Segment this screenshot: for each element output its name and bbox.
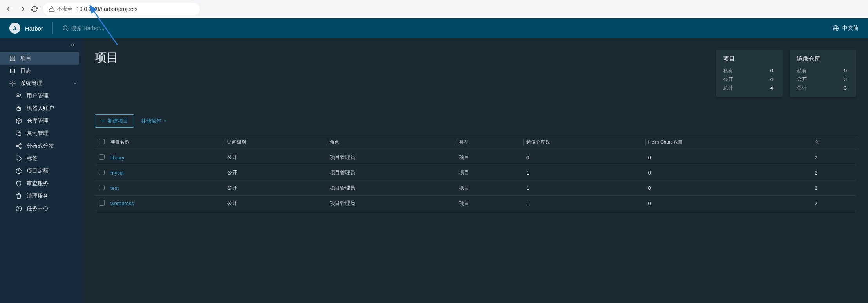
sidebar-item-projects[interactable]: 项目	[0, 52, 79, 65]
new-project-button[interactable]: 新建项目	[95, 114, 134, 128]
global-search[interactable]	[62, 25, 149, 31]
col-helm-count[interactable]: Helm Chart 数目	[645, 135, 812, 150]
cell-access: 公开	[224, 180, 326, 196]
cell-type: 项目	[456, 196, 523, 211]
sidebar-item-audit[interactable]: 审查服务	[0, 177, 83, 190]
sidebar-item-label: 日志	[20, 67, 31, 74]
project-link[interactable]: library	[110, 155, 124, 161]
sidebar-item-system[interactable]: 系统管理	[0, 77, 83, 90]
cell-type: 项目	[456, 165, 523, 180]
robot-icon	[16, 105, 22, 112]
forward-button[interactable]	[18, 5, 26, 13]
cell-role: 项目管理员	[327, 196, 456, 211]
project-link[interactable]: test	[110, 185, 119, 191]
trash-icon	[16, 193, 22, 199]
users-icon	[16, 93, 22, 99]
chevron-down-icon	[163, 119, 167, 123]
collapse-sidebar-button[interactable]	[0, 38, 83, 52]
cell-repo-count: 0	[523, 150, 645, 165]
page-title: 项目	[95, 50, 118, 66]
card-value: 4	[766, 84, 773, 92]
list-icon	[9, 68, 16, 74]
address-bar[interactable]: 不安全 10.0.0.99/harbor/projects	[43, 3, 200, 15]
svg-point-16	[20, 143, 21, 145]
table-row: test公开项目管理员项目102	[95, 180, 856, 196]
cell-repo-count: 1	[523, 180, 645, 196]
svg-point-18	[20, 147, 21, 149]
sidebar-item-replication[interactable]: 复制管理	[0, 127, 83, 140]
col-access[interactable]: 访问级别	[224, 135, 326, 150]
sidebar-item-distribution[interactable]: 分布式分发	[0, 140, 83, 152]
sidebar-item-users[interactable]: 用户管理	[0, 90, 83, 102]
sidebar-item-label: 标签	[27, 155, 38, 162]
cell-created: 2	[812, 165, 856, 180]
cell-access: 公开	[224, 150, 326, 165]
card-value: 0	[840, 67, 847, 75]
svg-point-3	[63, 26, 67, 30]
cell-created: 2	[812, 150, 856, 165]
svg-rect-12	[17, 107, 20, 110]
cell-helm-count: 0	[645, 165, 812, 180]
language-label: 中文简	[842, 25, 859, 32]
card-value: 3	[840, 84, 847, 92]
shield-icon	[16, 180, 22, 187]
card-value: 0	[766, 67, 773, 75]
cell-repo-count: 1	[523, 165, 645, 180]
header-divider	[52, 22, 53, 34]
back-button[interactable]	[5, 5, 13, 13]
sidebar-item-cleanup[interactable]: 清理服务	[0, 190, 83, 202]
svg-rect-8	[10, 59, 12, 61]
arrow-right-icon	[18, 5, 25, 13]
project-link[interactable]: wordpress	[110, 200, 134, 206]
summary-card-projects: 项目 私有0 公开4 总计4	[716, 50, 783, 97]
app-name: Harbor	[25, 25, 43, 32]
cell-helm-count: 0	[645, 180, 812, 196]
other-actions-dropdown[interactable]: 其他操作	[141, 117, 167, 124]
grid-icon	[9, 55, 16, 61]
cube-icon	[16, 118, 22, 124]
sidebar-item-label: 项目定额	[27, 168, 49, 175]
card-value: 3	[840, 75, 847, 84]
col-type[interactable]: 类型	[456, 135, 523, 150]
sidebar: 项目 日志 系统管理 用户管理 机器人账户 仓库管理 复制管理	[0, 38, 83, 303]
col-created[interactable]: 创	[812, 135, 856, 150]
svg-rect-15	[18, 133, 21, 135]
svg-rect-6	[13, 56, 15, 58]
insecure-badge: 不安全	[49, 5, 72, 13]
cell-helm-count: 0	[645, 150, 812, 165]
col-role[interactable]: 角色	[327, 135, 456, 150]
row-checkbox[interactable]	[99, 185, 105, 190]
card-label: 私有	[723, 67, 733, 75]
row-checkbox[interactable]	[99, 200, 105, 206]
cell-repo-count: 1	[523, 196, 645, 211]
summary-card-repos: 镜像仓库 私有0 公开3 总计3	[790, 50, 856, 97]
sidebar-item-quotas[interactable]: 项目定额	[0, 165, 83, 177]
sidebar-item-robots[interactable]: 机器人账户	[0, 102, 83, 115]
chevron-down-icon	[73, 81, 78, 86]
svg-rect-2	[14, 27, 15, 30]
pie-icon	[16, 168, 22, 174]
search-input[interactable]	[71, 25, 149, 31]
card-label: 公开	[723, 75, 733, 84]
row-checkbox[interactable]	[99, 154, 105, 160]
sidebar-item-logs[interactable]: 日志	[0, 65, 83, 77]
svg-rect-7	[13, 59, 15, 61]
select-all-checkbox[interactable]	[99, 139, 105, 144]
cell-created: 2	[812, 180, 856, 196]
reload-icon	[31, 5, 38, 13]
reload-button[interactable]	[31, 5, 38, 13]
row-checkbox[interactable]	[99, 170, 105, 175]
sidebar-item-labels[interactable]: 标签	[0, 152, 83, 165]
tag-icon	[16, 155, 22, 162]
project-link[interactable]: mysql	[110, 170, 124, 176]
language-switcher[interactable]: 中文简	[832, 25, 859, 32]
cell-created: 2	[812, 196, 856, 211]
table-row: wordpress公开项目管理员项目102	[95, 196, 856, 211]
app-logo[interactable]: Harbor	[9, 23, 43, 34]
card-label: 总计	[797, 84, 807, 92]
col-name[interactable]: 项目名称	[109, 135, 224, 150]
sidebar-item-tasks[interactable]: 任务中心	[0, 202, 83, 215]
harbor-logo-icon	[9, 23, 20, 34]
col-repo-count[interactable]: 镜像仓库数	[523, 135, 645, 150]
sidebar-item-repos[interactable]: 仓库管理	[0, 115, 83, 127]
